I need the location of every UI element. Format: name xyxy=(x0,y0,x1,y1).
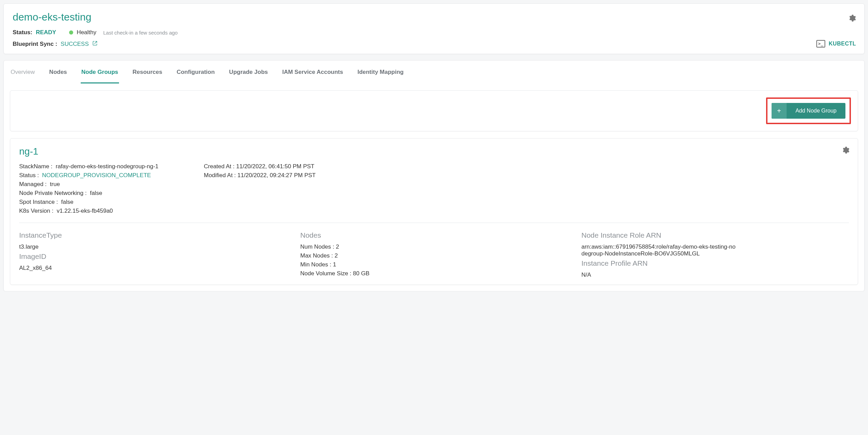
node-group-summary: StackName : rafay-demo-eks-testing-nodeg… xyxy=(19,163,849,223)
add-node-group-button[interactable]: + Add Node Group xyxy=(772,103,845,119)
role-arn-title: Node Instance Role ARN xyxy=(581,231,849,239)
num-nodes-value: 2 xyxy=(336,243,339,250)
tab-resources[interactable]: Resources xyxy=(132,67,163,83)
node-group-settings-gear-icon[interactable] xyxy=(841,146,850,156)
blueprint-sync-row: Blueprint Sync : SUCCESS xyxy=(13,41,855,48)
ng-status-label: Status : xyxy=(19,172,39,179)
max-nodes-label: Max Nodes : xyxy=(300,252,333,259)
profile-arn-title: Instance Profile ARN xyxy=(581,259,849,267)
instance-type-value: t3.large xyxy=(19,243,287,250)
max-nodes-value: 2 xyxy=(334,252,338,259)
stack-name-value: rafay-demo-eks-testing-nodegroup-ng-1 xyxy=(56,163,159,170)
min-nodes-value: 1 xyxy=(333,261,336,268)
kubectl-button[interactable]: >_ KUBECTL xyxy=(816,40,856,48)
health-text: Healthy xyxy=(77,29,96,36)
min-nodes-label: Min Nodes : xyxy=(300,261,331,268)
sync-value[interactable]: SUCCESS xyxy=(61,41,89,48)
tab-configuration[interactable]: Configuration xyxy=(176,67,215,83)
ng-status-value: NODEGROUP_PROVISION_COMPLETE xyxy=(42,172,151,179)
action-bar: + Add Node Group xyxy=(10,90,858,131)
private-net-value: false xyxy=(90,190,102,196)
vol-label: Node Volume Size : xyxy=(300,270,351,277)
k8s-value: v1.22.15-eks-fb459a0 xyxy=(57,208,113,214)
tab-iam-service-accounts[interactable]: IAM Service Accounts xyxy=(281,67,344,83)
sync-label: Blueprint Sync : xyxy=(13,41,57,48)
node-group-card: ng-1 StackName : rafay-demo-eks-testing-… xyxy=(10,138,858,285)
status-label: Status: xyxy=(13,29,32,36)
spot-label: Spot Instance : xyxy=(19,199,58,205)
status-row: Status: READY Healthy Last check-in a fe… xyxy=(13,29,855,36)
nodes-title: Nodes xyxy=(300,231,568,239)
node-group-name: ng-1 xyxy=(19,146,849,157)
tab-identity-mapping[interactable]: Identity Mapping xyxy=(357,67,404,83)
tab-upgrade-jobs[interactable]: Upgrade Jobs xyxy=(228,67,268,83)
cluster-settings-gear-icon[interactable] xyxy=(848,14,856,24)
terminal-icon: >_ xyxy=(816,40,825,48)
k8s-label: K8s Version : xyxy=(19,208,53,214)
status-value: READY xyxy=(36,29,56,36)
health-dot-icon xyxy=(69,30,73,35)
add-node-group-label: Add Node Group xyxy=(787,103,845,119)
tab-nodes[interactable]: Nodes xyxy=(49,67,68,83)
cluster-title: demo-eks-testing xyxy=(13,11,855,23)
spot-value: false xyxy=(61,199,74,205)
cluster-header-card: demo-eks-testing Status: READY Healthy L… xyxy=(3,3,865,54)
image-id-title: ImageID xyxy=(19,252,287,261)
profile-arn-value: N/A xyxy=(581,272,849,278)
modified-value: 11/20/2022, 09:24:27 PM PST xyxy=(237,172,316,179)
num-nodes-label: Num Nodes : xyxy=(300,243,334,250)
created-value: 11/20/2022, 06:41:50 PM PST xyxy=(236,163,315,170)
vol-value: 80 GB xyxy=(353,270,369,277)
kubectl-label: KUBECTL xyxy=(829,41,856,47)
open-in-new-icon[interactable] xyxy=(92,41,97,48)
node-group-details: InstanceType t3.large ImageID AL2_x86_64… xyxy=(19,229,849,280)
modified-label: Modified At : xyxy=(204,172,236,179)
stack-name-label: StackName : xyxy=(19,163,52,170)
plus-icon: + xyxy=(772,103,787,119)
instance-type-title: InstanceType xyxy=(19,231,287,239)
checkin-text: Last check-in a few seconds ago xyxy=(103,30,178,36)
managed-label: Managed : xyxy=(19,181,47,187)
role-arn-value: arn:aws:iam::679196758854:role/rafay-dem… xyxy=(581,243,739,257)
tabs-card: OverviewNodesNode GroupsResourcesConfigu… xyxy=(3,60,865,291)
private-net-label: Node Private Networking : xyxy=(19,190,87,196)
tab-node-groups[interactable]: Node Groups xyxy=(81,67,119,83)
add-node-group-highlight: + Add Node Group xyxy=(766,97,851,124)
created-label: Created At : xyxy=(204,163,235,170)
tab-overview[interactable]: Overview xyxy=(10,67,36,83)
managed-value: true xyxy=(50,181,60,187)
tabs: OverviewNodesNode GroupsResourcesConfigu… xyxy=(10,61,858,83)
image-id-value: AL2_x86_64 xyxy=(19,265,287,272)
